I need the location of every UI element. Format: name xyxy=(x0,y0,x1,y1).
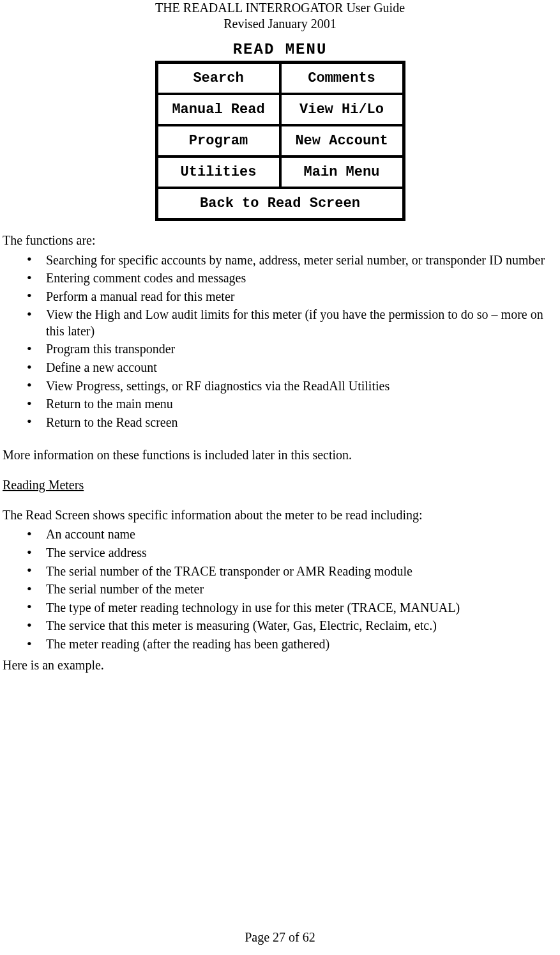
list-item: View Progress, settings, or RF diagnosti… xyxy=(46,377,557,395)
list-item: Perform a manual read for this meter xyxy=(46,287,557,306)
page-footer: Page 27 of 62 xyxy=(0,930,560,945)
read-menu-figure: READ MENU Search Comments Manual Read Vi… xyxy=(0,41,560,221)
more-info-paragraph: More information on these functions is i… xyxy=(3,447,557,463)
list-item: The meter reading (after the reading has… xyxy=(46,636,557,654)
body-text: The functions are: Searching for specifi… xyxy=(0,233,560,673)
page-header: THE READALL INTERROGATOR User Guide Revi… xyxy=(0,0,560,32)
doc-revised: Revised January 2001 xyxy=(0,16,560,32)
read-menu: READ MENU Search Comments Manual Read Vi… xyxy=(155,41,405,221)
list-item: The service that this meter is measuring… xyxy=(46,617,557,636)
doc-title: THE READALL INTERROGATOR User Guide xyxy=(0,0,560,16)
search-button[interactable]: Search xyxy=(157,63,280,94)
utilities-button[interactable]: Utilities xyxy=(157,157,280,188)
manual-read-button[interactable]: Manual Read xyxy=(157,94,280,125)
view-hilo-button[interactable]: View Hi/Lo xyxy=(280,94,404,125)
list-item: The serial number of the TRACE transpond… xyxy=(46,562,557,581)
list-item: Define a new account xyxy=(46,359,557,378)
read-menu-grid: Search Comments Manual Read View Hi/Lo P… xyxy=(155,61,405,221)
list-item: Searching for specific accounts by name,… xyxy=(46,251,557,270)
read-menu-title: READ MENU xyxy=(155,41,405,58)
functions-list: Searching for specific accounts by name,… xyxy=(3,251,557,432)
comments-button[interactable]: Comments xyxy=(280,63,404,94)
new-account-button[interactable]: New Account xyxy=(280,125,404,157)
program-button[interactable]: Program xyxy=(157,125,280,157)
list-item: Return to the main menu xyxy=(46,395,557,414)
page-number: Page 27 of 62 xyxy=(245,930,315,944)
example-intro: Here is an example. xyxy=(3,657,557,673)
list-item: View the High and Low audit limits for t… xyxy=(46,306,557,340)
list-item: The service address xyxy=(46,544,557,563)
functions-intro: The functions are: xyxy=(3,233,557,248)
back-to-read-button[interactable]: Back to Read Screen xyxy=(157,188,404,219)
list-item: The serial number of the meter xyxy=(46,581,557,599)
readscreen-list: An account name The service address The … xyxy=(3,526,557,653)
list-item: The type of meter reading technology in … xyxy=(46,599,557,617)
readscreen-intro: The Read Screen shows specific informati… xyxy=(3,507,557,523)
list-item: Return to the Read screen xyxy=(46,413,557,432)
page: THE READALL INTERROGATOR User Guide Revi… xyxy=(0,0,560,955)
list-item: Program this transponder xyxy=(46,340,557,359)
main-menu-button[interactable]: Main Menu xyxy=(280,157,404,188)
list-item: Entering comment codes and messages xyxy=(46,270,557,288)
section-heading-reading-meters: Reading Meters xyxy=(3,478,84,492)
list-item: An account name xyxy=(46,526,557,544)
